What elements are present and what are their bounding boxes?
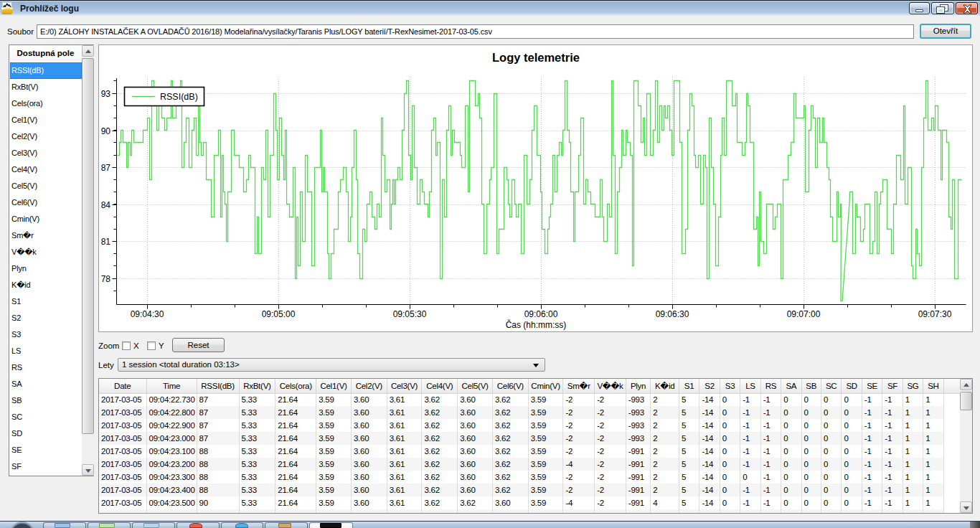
svg-text:09:07:30: 09:07:30 — [918, 309, 952, 319]
svg-text:RSSI(dB): RSSI(dB) — [160, 92, 198, 102]
svg-text:Logy telemetrie: Logy telemetrie — [492, 51, 580, 64]
svg-text:09:05:00: 09:05:00 — [262, 309, 296, 319]
svg-text:09:07:00: 09:07:00 — [787, 309, 821, 319]
svg-text:81: 81 — [101, 237, 111, 247]
svg-text:09:06:00: 09:06:00 — [524, 309, 558, 319]
svg-text:09:05:30: 09:05:30 — [393, 309, 427, 319]
svg-text:93: 93 — [101, 89, 111, 99]
svg-text:Čas (hh:mm:ss): Čas (hh:mm:ss) — [506, 319, 567, 330]
svg-text:84: 84 — [101, 200, 111, 210]
svg-text:87: 87 — [101, 163, 111, 173]
svg-text:90: 90 — [101, 126, 111, 136]
svg-text:09:04:30: 09:04:30 — [131, 309, 164, 319]
svg-text:78: 78 — [101, 274, 111, 284]
svg-text:09:06:30: 09:06:30 — [656, 309, 689, 319]
